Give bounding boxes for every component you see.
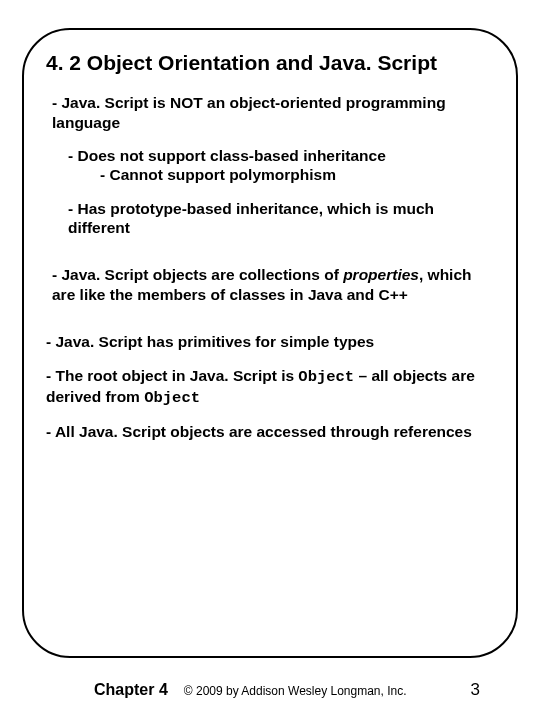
text: - The root object in Java. Script is <box>46 367 298 384</box>
slide-body: - Java. Script is NOT an object-oriented… <box>46 93 494 442</box>
page-number: 3 <box>471 680 480 700</box>
bullet-references: - All Java. Script objects are accessed … <box>46 422 494 441</box>
bullet-no-class-inheritance: - Does not support class-based inheritan… <box>68 146 494 185</box>
bullet-primitives: - Java. Script has primitives for simple… <box>46 332 494 351</box>
bullet-properties: - Java. Script objects are collections o… <box>52 265 494 304</box>
bullet-no-polymorphism: - Cannot support polymorphism <box>100 165 494 184</box>
code-object-2: Object <box>144 389 200 407</box>
text: - Java. Script objects are collections o… <box>52 266 343 283</box>
copyright-text: © 2009 by Addison Wesley Longman, Inc. <box>184 684 455 698</box>
slide-footer: Chapter 4 © 2009 by Addison Wesley Longm… <box>0 680 540 700</box>
slide-title: 4. 2 Object Orientation and Java. Script <box>46 50 494 75</box>
text: - Does not support class-based inheritan… <box>68 147 386 164</box>
italic-properties: properties <box>343 266 419 283</box>
chapter-label: Chapter 4 <box>94 681 168 699</box>
bullet-prototype-inheritance: - Has prototype-based inheritance, which… <box>68 199 494 238</box>
code-object-1: Object <box>298 368 354 386</box>
bullet-not-oop: - Java. Script is NOT an object-oriented… <box>52 93 494 132</box>
bullet-root-object: - The root object in Java. Script is Obj… <box>46 366 494 409</box>
slide-frame: 4. 2 Object Orientation and Java. Script… <box>22 28 518 658</box>
